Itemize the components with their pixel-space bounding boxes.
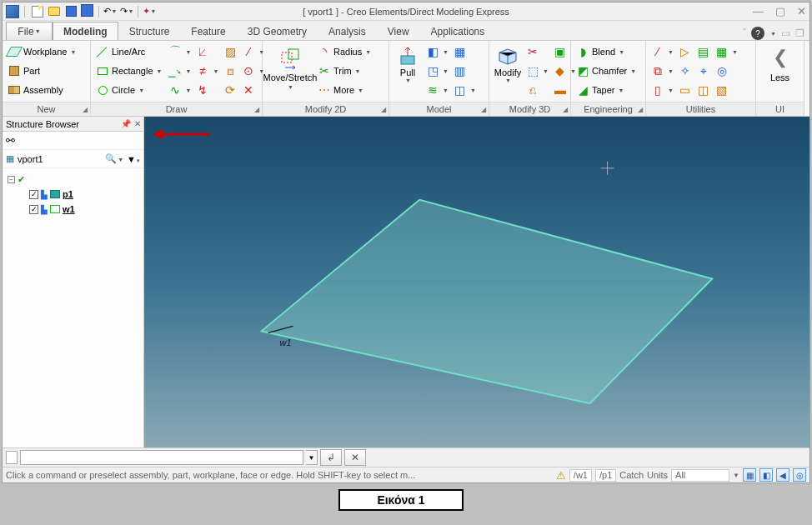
- draw-tool-2[interactable]: ⎯↘▼: [167, 62, 193, 80]
- maximize-button[interactable]: ▢: [775, 5, 785, 18]
- status-view-2[interactable]: ◧: [759, 468, 773, 482]
- checkbox-p1[interactable]: ✓: [29, 190, 38, 199]
- more-2d-button[interactable]: ⋯More▼: [316, 81, 373, 99]
- 3d-viewport[interactable]: w1: [144, 117, 809, 448]
- close-button[interactable]: ✕: [797, 5, 806, 18]
- util-5[interactable]: ✧: [677, 62, 694, 80]
- model-tool-2[interactable]: ◳▼: [424, 62, 450, 80]
- panel-close-icon[interactable]: ✕: [134, 119, 141, 128]
- save-button[interactable]: [63, 4, 78, 19]
- model-tool-5[interactable]: ▥: [452, 62, 478, 80]
- filter-icon[interactable]: ▼▾: [127, 154, 140, 164]
- util-4[interactable]: ▷: [677, 42, 694, 61]
- figure-caption: Εικόνα 1: [338, 489, 464, 511]
- tab-file[interactable]: File ▼: [6, 22, 53, 40]
- model-tool-6[interactable]: ◫▼: [452, 81, 478, 99]
- root-name: vport1: [18, 154, 102, 164]
- tree-mode-icon[interactable]: ⚯: [6, 134, 15, 147]
- model-tool-3[interactable]: ≋▼: [424, 81, 450, 99]
- draw-tool-1[interactable]: ⌒▼: [167, 42, 193, 61]
- blend-button[interactable]: ◗Blend▼: [574, 42, 638, 61]
- rectangle-button[interactable]: Rectangle▼: [94, 62, 163, 80]
- m3d-tool-3[interactable]: ⎌: [524, 81, 550, 99]
- pull-button[interactable]: Pull▼: [393, 42, 423, 85]
- warning-icon[interactable]: ⚠: [556, 469, 566, 482]
- draw-tool-8[interactable]: ⧈: [222, 62, 238, 80]
- util-8[interactable]: ⌖: [695, 62, 712, 80]
- circle-button[interactable]: Circle▼: [94, 81, 163, 99]
- svg-marker-3: [262, 200, 713, 403]
- open-file-button[interactable]: [47, 4, 62, 19]
- util-2[interactable]: ⧉▼: [649, 62, 675, 80]
- minimize-button[interactable]: —: [753, 5, 764, 18]
- command-dropdown[interactable]: ▼: [306, 450, 318, 465]
- chamfer-button[interactable]: ◩Chamfer▼: [574, 62, 638, 80]
- ribbon: Workplane▼ Part Assembly New◢ Line/Arc R…: [3, 40, 809, 117]
- cmd-selector[interactable]: [6, 451, 18, 464]
- line-arc-button[interactable]: Line/Arc: [94, 42, 163, 61]
- util-3[interactable]: ▯▼: [649, 81, 675, 99]
- tree-item-w1[interactable]: ✓ ▙ w1: [29, 202, 138, 217]
- ribbon-caret-icon[interactable]: ˇ: [743, 28, 746, 39]
- tab-view[interactable]: View: [377, 22, 420, 40]
- redo-button[interactable]: ↷▼: [119, 4, 134, 19]
- table-icon[interactable]: ▦: [6, 153, 14, 164]
- tab-structure[interactable]: Structure: [118, 22, 181, 40]
- radius-button[interactable]: ◝Radius▼: [316, 42, 373, 61]
- save-all-button[interactable]: [80, 4, 95, 19]
- util-7[interactable]: ▤: [695, 42, 712, 61]
- modify-3d-button[interactable]: Modify▼: [493, 42, 523, 85]
- trim-button[interactable]: ✂Trim▼: [316, 62, 373, 80]
- util-10[interactable]: ▦▼: [714, 42, 739, 61]
- model-tool-4[interactable]: ▦: [452, 42, 478, 61]
- status-view-4[interactable]: ◎: [793, 468, 806, 482]
- enter-button[interactable]: ↲: [320, 449, 342, 466]
- draw-tool-3[interactable]: ∿▼: [167, 81, 193, 99]
- move-stretch-button[interactable]: Move/Stretch▼: [266, 42, 314, 92]
- util-9[interactable]: ◫: [695, 81, 712, 99]
- tab-analysis[interactable]: Analysis: [318, 22, 377, 40]
- tree-item-p1[interactable]: ✓ ▙ p1: [29, 187, 138, 202]
- status-part[interactable]: /p1: [595, 469, 616, 482]
- draw-tool-6[interactable]: ↯: [194, 81, 220, 99]
- tab-feature[interactable]: Feature: [180, 22, 236, 40]
- util-11[interactable]: ◎: [714, 62, 739, 80]
- status-view-3[interactable]: ◀: [776, 468, 789, 482]
- draw-tool-4[interactable]: ⟀: [194, 42, 220, 61]
- tool-button[interactable]: ✦▼: [142, 4, 157, 19]
- m3d-tool-1[interactable]: ✂: [524, 42, 550, 61]
- help-button[interactable]: ?: [751, 27, 764, 40]
- status-filter-select[interactable]: All: [671, 469, 729, 482]
- new-file-button[interactable]: [30, 4, 45, 19]
- less-button[interactable]: ❮ Less: [759, 42, 800, 84]
- save-state-icon: ▙: [41, 190, 48, 199]
- model-tool-1[interactable]: ◧▼: [424, 42, 450, 61]
- tab-modeling[interactable]: Modeling: [53, 22, 118, 40]
- new-workplane-button[interactable]: Workplane▼: [6, 42, 78, 61]
- draw-tool-7[interactable]: ▨: [222, 42, 238, 61]
- new-assembly-button[interactable]: Assembly: [6, 81, 78, 99]
- ribbon-min-icon[interactable]: ▭: [781, 28, 790, 39]
- util-1[interactable]: ⁄▼: [649, 42, 675, 61]
- command-input[interactable]: [20, 450, 303, 465]
- checkbox-w1[interactable]: ✓: [29, 205, 38, 214]
- util-6[interactable]: ▭: [677, 81, 694, 99]
- m3d-tool-2[interactable]: ⬚▼: [524, 62, 550, 80]
- tab-applications[interactable]: Applications: [420, 22, 496, 40]
- new-part-button[interactable]: Part: [6, 62, 78, 80]
- status-workplane[interactable]: /w1: [569, 469, 592, 482]
- ribbon-opts-icon[interactable]: ❐: [795, 28, 804, 39]
- draw-tool-5[interactable]: ≠▼: [194, 62, 220, 80]
- undo-button[interactable]: ↶▼: [103, 4, 118, 19]
- status-catch[interactable]: Catch: [619, 470, 644, 480]
- panel-pin-icon[interactable]: 📌: [121, 119, 131, 128]
- status-view-1[interactable]: ▦: [743, 468, 756, 482]
- status-units[interactable]: Units: [647, 470, 668, 480]
- draw-tool-9[interactable]: ⟳: [222, 81, 238, 99]
- tab-3d-geometry[interactable]: 3D Geometry: [237, 22, 318, 40]
- cancel-button[interactable]: ✕: [344, 449, 366, 466]
- collapse-icon[interactable]: −: [8, 176, 15, 183]
- taper-button[interactable]: ◢Taper▼: [574, 81, 638, 99]
- search-icon[interactable]: 🔍▼: [105, 153, 123, 164]
- util-12[interactable]: ▧: [714, 81, 739, 99]
